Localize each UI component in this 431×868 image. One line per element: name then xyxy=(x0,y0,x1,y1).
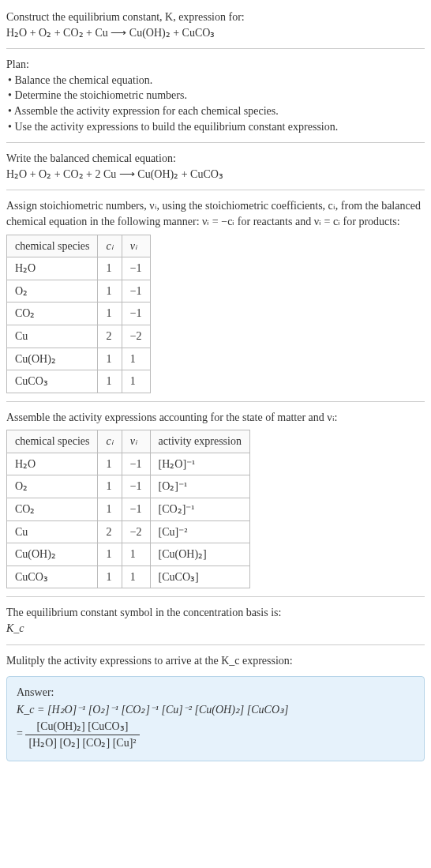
stoich-intro: Assign stoichiometric numbers, νᵢ, using… xyxy=(6,198,425,229)
cell-species: Cu(OH)₂ xyxy=(7,543,98,566)
cell-c: 1 xyxy=(98,498,122,521)
plan-heading: Plan: xyxy=(6,57,425,73)
cell-c: 1 xyxy=(98,348,122,370)
cell-expr: [CO₂]⁻¹ xyxy=(150,498,249,521)
cell-expr: [H₂O]⁻¹ xyxy=(150,453,249,475)
cell-c: 1 xyxy=(98,302,122,325)
cell-c: 1 xyxy=(98,257,122,280)
cell-c: 1 xyxy=(98,370,122,393)
divider xyxy=(6,48,425,49)
plan-item: Use the activity expressions to build th… xyxy=(8,119,425,135)
cell-v: −1 xyxy=(122,280,150,302)
balanced-heading: Write the balanced chemical equation: xyxy=(6,151,425,167)
plan-item: Balance the chemical equation. xyxy=(8,73,425,88)
unbalanced-equation: H₂O + O₂ + CO₂ + Cu ⟶ Cu(OH)₂ + CuCO₃ xyxy=(6,25,425,41)
cell-c: 1 xyxy=(98,543,122,566)
table-header-row: chemical species cᵢ νᵢ activity expressi… xyxy=(7,430,250,453)
col-v: νᵢ xyxy=(122,430,150,453)
fraction-denominator: [H₂O] [O₂] [CO₂] [Cu]² xyxy=(25,735,139,751)
cell-species: O₂ xyxy=(7,280,98,302)
cell-species: H₂O xyxy=(7,257,98,280)
cell-v: 1 xyxy=(122,566,150,588)
col-expr: activity expression xyxy=(150,430,249,453)
cell-v: −2 xyxy=(122,520,150,543)
divider xyxy=(6,142,425,143)
table-row: H₂O 1 −1 [H₂O]⁻¹ xyxy=(7,453,250,475)
answer-label: Answer: xyxy=(17,685,414,701)
cell-v: 1 xyxy=(122,370,150,393)
cell-c: 1 xyxy=(98,475,122,498)
table-row: O₂ 1 −1 xyxy=(7,280,151,302)
multiply-line: Mulitply the activity expressions to arr… xyxy=(6,653,425,669)
cell-v: 1 xyxy=(122,543,150,566)
plan-item: Determine the stoichiometric numbers. xyxy=(8,88,425,103)
cell-expr: [Cu]⁻² xyxy=(150,520,249,543)
cell-species: CuCO₃ xyxy=(7,370,98,393)
cell-species: CO₂ xyxy=(7,302,98,325)
kc-symbol: K_c xyxy=(6,621,425,637)
cell-species: Cu xyxy=(7,520,98,543)
cell-expr: [O₂]⁻¹ xyxy=(150,475,249,498)
cell-species: CuCO₃ xyxy=(7,566,98,588)
title-text: Construct the equilibrium constant, K, e… xyxy=(6,11,245,23)
divider xyxy=(6,644,425,645)
col-v: νᵢ xyxy=(122,235,150,257)
activity-intro: Assemble the activity expressions accoun… xyxy=(6,410,425,426)
problem-statement: Construct the equilibrium constant, K, e… xyxy=(6,9,425,40)
plan-list: Balance the chemical equation. Determine… xyxy=(6,73,425,134)
answer-box: Answer: K_c = [H₂O]⁻¹ [O₂]⁻¹ [CO₂]⁻¹ [Cu… xyxy=(6,676,425,761)
table-row: CO₂ 1 −1 [CO₂]⁻¹ xyxy=(7,498,250,521)
answer-line1: K_c = [H₂O]⁻¹ [O₂]⁻¹ [CO₂]⁻¹ [Cu]⁻² [Cu(… xyxy=(17,702,414,718)
plan-section: Plan: Balance the chemical equation. Det… xyxy=(6,57,425,134)
divider xyxy=(6,401,425,402)
cell-v: −1 xyxy=(122,257,150,280)
cell-species: H₂O xyxy=(7,453,98,475)
answer-expression: K_c = [H₂O]⁻¹ [O₂]⁻¹ [CO₂]⁻¹ [Cu]⁻² [Cu(… xyxy=(17,704,288,716)
cell-c: 1 xyxy=(98,280,122,302)
equals-sign: = xyxy=(17,728,25,740)
cell-c: 1 xyxy=(98,566,122,588)
table-row: Cu 2 −2 [Cu]⁻² xyxy=(7,520,250,543)
cell-species: Cu xyxy=(7,325,98,348)
cell-c: 1 xyxy=(98,453,122,475)
cell-expr: [Cu(OH)₂] xyxy=(150,543,249,566)
fraction-numerator: [Cu(OH)₂] [CuCO₃] xyxy=(25,719,139,735)
plan-item: Assemble the activity expression for eac… xyxy=(8,103,425,119)
answer-fraction: [Cu(OH)₂] [CuCO₃] [H₂O] [O₂] [CO₂] [Cu]² xyxy=(25,719,139,750)
cell-v: −1 xyxy=(122,475,150,498)
cell-c: 2 xyxy=(98,520,122,543)
col-c: cᵢ xyxy=(98,235,122,257)
cell-v: −1 xyxy=(122,453,150,475)
cell-expr: [CuCO₃] xyxy=(150,566,249,588)
cell-species: Cu(OH)₂ xyxy=(7,348,98,370)
cell-species: CO₂ xyxy=(7,498,98,521)
table-row: CuCO₃ 1 1 [CuCO₃] xyxy=(7,566,250,588)
cell-v: −1 xyxy=(122,498,150,521)
balanced-equation: H₂O + O₂ + CO₂ + 2 Cu ⟶ Cu(OH)₂ + CuCO₃ xyxy=(6,167,425,182)
kc-symbol-section: The equilibrium constant symbol in the c… xyxy=(6,605,425,636)
stoich-table: chemical species cᵢ νᵢ H₂O 1 −1 O₂ 1 −1 … xyxy=(6,235,151,393)
cell-c: 2 xyxy=(98,325,122,348)
table-row: Cu(OH)₂ 1 1 xyxy=(7,348,151,370)
cell-v: −2 xyxy=(122,325,150,348)
cell-species: O₂ xyxy=(7,475,98,498)
table-row: Cu(OH)₂ 1 1 [Cu(OH)₂] xyxy=(7,543,250,566)
divider xyxy=(6,596,425,597)
col-species: chemical species xyxy=(7,235,98,257)
problem-title: Construct the equilibrium constant, K, e… xyxy=(6,9,425,25)
table-header-row: chemical species cᵢ νᵢ xyxy=(7,235,151,257)
cell-v: 1 xyxy=(122,348,150,370)
table-row: O₂ 1 −1 [O₂]⁻¹ xyxy=(7,475,250,498)
activity-section: Assemble the activity expressions accoun… xyxy=(6,410,425,589)
table-row: H₂O 1 −1 xyxy=(7,257,151,280)
table-row: CuCO₃ 1 1 xyxy=(7,370,151,393)
divider xyxy=(6,190,425,190)
activity-table: chemical species cᵢ νᵢ activity expressi… xyxy=(6,430,250,588)
balanced-section: Write the balanced chemical equation: H₂… xyxy=(6,151,425,182)
stoich-section: Assign stoichiometric numbers, νᵢ, using… xyxy=(6,198,425,393)
cell-v: −1 xyxy=(122,302,150,325)
kc-symbol-line: The equilibrium constant symbol in the c… xyxy=(6,605,425,621)
answer-line2: = [Cu(OH)₂] [CuCO₃] [H₂O] [O₂] [CO₂] [Cu… xyxy=(17,719,414,750)
multiply-section: Mulitply the activity expressions to arr… xyxy=(6,653,425,669)
col-c: cᵢ xyxy=(98,430,122,453)
